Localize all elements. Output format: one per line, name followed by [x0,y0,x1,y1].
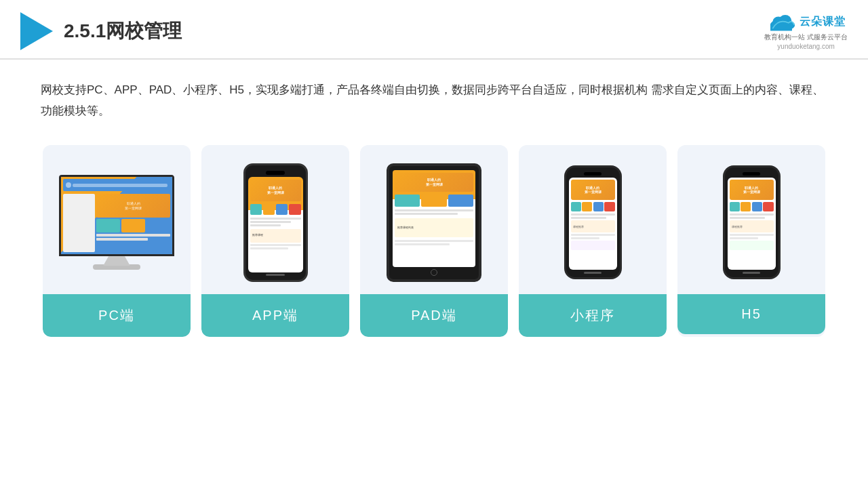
brand-tagline: 教育机构一站 式服务云平台 [764,33,848,41]
mini-phone: 职通人的第一堂网课 课程推荐 [564,165,622,279]
mini-notch [584,172,601,176]
tablet-screen: 职通人的第一堂网课 推荐课程列表 [393,170,475,267]
card-pc-label: PC端 [43,294,191,337]
card-pad-label: PAD端 [360,294,508,337]
monitor-stand [103,256,130,266]
header: 2.5.1网校管理 云朵课堂 教育机构一站 式服务云平台 yunduoketan… [0,0,868,60]
phone-bottom-bar [266,274,285,276]
h5-image-area: 职通人的第一堂网课 课程推荐 [677,145,825,294]
card-pad: 职通人的第一堂网课 推荐课程列表 [360,145,508,337]
description-text: 网校支持PC、APP、PAD、小程序、H5，实现多端打通，产品各终端自由切换，数… [41,80,827,121]
h5-notch [743,172,760,176]
card-app-label: APP端 [201,294,349,337]
app-image-area: 职通人的第一堂网课 推荐课程 [201,145,349,294]
mini-image-area: 职通人的第一堂网课 课程推荐 [519,145,667,294]
cloud-icon [767,12,795,31]
pad-image-area: 职通人的第一堂网课 推荐课程列表 [360,145,508,294]
cards-grid: 职通人的第一堂网课 [41,145,827,337]
card-app: 职通人的第一堂网课 推荐课程 [201,145,349,337]
phone-screen: 职通人的第一堂网课 推荐课程 [248,177,303,272]
h5-phone: 职通人的第一堂网课 课程推荐 [723,165,781,279]
brand-cloud: 云朵课堂 [767,12,846,31]
monitor-screen: 职通人的第一堂网课 [59,175,174,256]
card-pc: 职通人的第一堂网课 [43,145,191,337]
card-mini: 职通人的第一堂网课 课程推荐 [519,145,667,337]
card-mini-label: 小程序 [519,294,667,337]
monitor-device: 职通人的第一堂网课 [59,175,174,270]
h5-home-bar [743,272,760,274]
card-h5-label: H5 [677,294,825,334]
app-phone: 职通人的第一堂网课 推荐课程 [243,163,308,282]
brand-url: yunduoketang.com [777,43,835,50]
phone-notch [266,171,285,175]
page-title: 2.5.1网校管理 [64,18,182,44]
brand-logo: 云朵课堂 教育机构一站 式服务云平台 yunduoketang.com [764,12,848,50]
tablet-home-button [431,269,437,276]
brand-name: 云朵课堂 [800,15,846,29]
logo-triangle-icon [20,12,53,50]
h5-screen: 职通人的第一堂网课 课程推荐 [728,178,776,270]
main-content: 网校支持PC、APP、PAD、小程序、H5，实现多端打通，产品各终端自由切换，数… [0,60,868,357]
mini-home-bar [584,272,601,274]
pad-tablet: 职通人的第一堂网课 推荐课程列表 [387,163,481,282]
monitor-screen-inner: 职通人的第一堂网课 [61,177,172,254]
mini-screen: 职通人的第一堂网课 课程推荐 [569,178,617,270]
card-h5: 职通人的第一堂网课 课程推荐 [677,145,825,337]
header-left: 2.5.1网校管理 [20,12,182,50]
pc-image-area: 职通人的第一堂网课 [43,145,191,294]
